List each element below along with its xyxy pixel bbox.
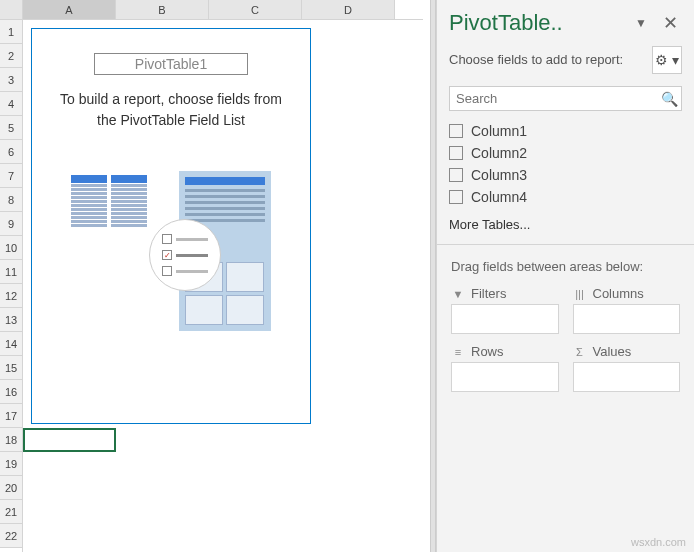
graphic-field-checklist: ✓ — [149, 219, 221, 291]
row-header[interactable]: 19 — [0, 452, 22, 476]
field-label: Column1 — [471, 123, 527, 139]
row-header[interactable]: 13 — [0, 308, 22, 332]
row-header[interactable]: 6 — [0, 140, 22, 164]
row-header[interactable]: 17 — [0, 404, 22, 428]
row-header[interactable]: 14 — [0, 332, 22, 356]
pane-header: PivotTable.. ▼ ✕ — [437, 0, 694, 42]
filters-area[interactable]: ▼Filters — [451, 286, 559, 334]
search-icon[interactable]: 🔍 — [657, 87, 681, 110]
checkbox-icon[interactable] — [449, 146, 463, 160]
checkbox-icon[interactable] — [449, 124, 463, 138]
row-header[interactable]: 2 — [0, 44, 22, 68]
area-label: Values — [593, 344, 632, 359]
pivottable-name-box: PivotTable1 — [94, 53, 248, 75]
row-header[interactable]: 7 — [0, 164, 22, 188]
graphic-source-tables — [71, 175, 147, 331]
more-tables-link[interactable]: More Tables... — [437, 213, 694, 244]
rows-dropzone[interactable] — [451, 362, 559, 392]
row-headers: 1 2 3 4 5 6 7 8 9 10 11 12 13 14 15 16 1… — [0, 0, 23, 552]
row-header[interactable]: 18 — [0, 428, 22, 452]
pivottable-hint-line2: the PivotTable Field List — [89, 110, 253, 131]
row-header[interactable]: 1 — [0, 20, 22, 44]
field-item[interactable]: Column3 — [449, 167, 682, 183]
row-header[interactable]: 4 — [0, 92, 22, 116]
field-item[interactable]: Column2 — [449, 145, 682, 161]
field-label: Column4 — [471, 189, 527, 205]
watermark: wsxdn.com — [631, 536, 686, 548]
column-header[interactable]: C — [209, 0, 302, 19]
row-header[interactable]: 8 — [0, 188, 22, 212]
gear-icon[interactable]: ⚙ ▾ — [652, 46, 682, 74]
area-label: Rows — [471, 344, 504, 359]
rows-area[interactable]: ≡Rows — [451, 344, 559, 392]
row-header[interactable]: 3 — [0, 68, 22, 92]
row-header[interactable]: 22 — [0, 524, 22, 548]
area-label: Columns — [593, 286, 644, 301]
search-input[interactable] — [450, 87, 657, 110]
row-header[interactable]: 20 — [0, 476, 22, 500]
separator — [437, 244, 694, 245]
pivottable-placeholder[interactable]: PivotTable1 To build a report, choose fi… — [31, 28, 311, 424]
field-label: Column3 — [471, 167, 527, 183]
checkbox-icon[interactable] — [449, 168, 463, 182]
row-header[interactable]: 16 — [0, 380, 22, 404]
pivottable-graphic: ✓ — [71, 171, 271, 331]
row-header[interactable]: 15 — [0, 356, 22, 380]
pane-description: Choose fields to add to report: — [449, 51, 652, 69]
column-headers: A B C D — [23, 0, 423, 20]
row-header[interactable]: 9 — [0, 212, 22, 236]
column-header[interactable]: B — [116, 0, 209, 19]
pane-dropdown-icon[interactable]: ▼ — [631, 16, 651, 30]
field-list: Column1 Column2 Column3 Column4 — [437, 119, 694, 213]
pane-title: PivotTable.. — [449, 10, 631, 36]
field-item[interactable]: Column4 — [449, 189, 682, 205]
field-label: Column2 — [471, 145, 527, 161]
row-header[interactable]: 5 — [0, 116, 22, 140]
drop-areas: ▼Filters |||Columns ≡Rows ΣValues — [437, 278, 694, 400]
row-header[interactable]: 12 — [0, 284, 22, 308]
checkbox-icon[interactable] — [449, 190, 463, 204]
grid-columns: A B C D PivotTable1 To build a report, c… — [23, 0, 423, 552]
row-header[interactable]: 21 — [0, 500, 22, 524]
select-all-corner[interactable] — [0, 0, 22, 20]
pivottable-hint-line1: To build a report, choose fields from — [52, 89, 290, 110]
field-search[interactable]: 🔍 — [449, 86, 682, 111]
pivottable-fields-pane: PivotTable.. ▼ ✕ Choose fields to add to… — [436, 0, 694, 552]
values-dropzone[interactable] — [573, 362, 681, 392]
column-header[interactable]: A — [23, 0, 116, 19]
filters-dropzone[interactable] — [451, 304, 559, 334]
rows-icon: ≡ — [451, 345, 465, 359]
columns-dropzone[interactable] — [573, 304, 681, 334]
row-header[interactable]: 10 — [0, 236, 22, 260]
areas-header: Drag fields between areas below: — [437, 249, 694, 278]
pane-description-row: Choose fields to add to report: ⚙ ▾ — [437, 42, 694, 78]
cell-grid[interactable]: PivotTable1 To build a report, choose fi… — [23, 20, 423, 550]
field-item[interactable]: Column1 — [449, 123, 682, 139]
values-icon: Σ — [573, 345, 587, 359]
filter-icon: ▼ — [451, 287, 465, 301]
column-header[interactable]: D — [302, 0, 395, 19]
values-area[interactable]: ΣValues — [573, 344, 681, 392]
active-cell-selection[interactable] — [23, 428, 116, 452]
close-icon[interactable]: ✕ — [659, 12, 682, 34]
row-header[interactable]: 11 — [0, 260, 22, 284]
worksheet-area: 1 2 3 4 5 6 7 8 9 10 11 12 13 14 15 16 1… — [0, 0, 430, 552]
columns-icon: ||| — [573, 287, 587, 301]
columns-area[interactable]: |||Columns — [573, 286, 681, 334]
area-label: Filters — [471, 286, 506, 301]
